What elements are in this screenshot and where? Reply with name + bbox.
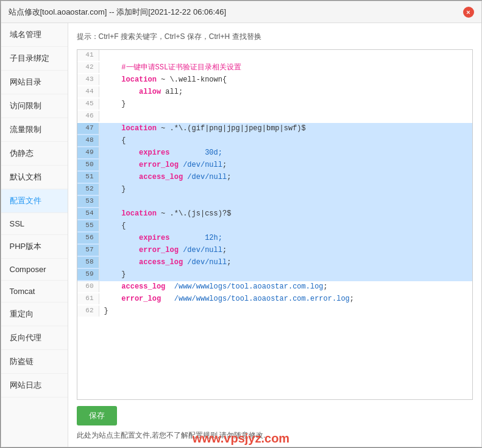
line-number: 55	[77, 220, 99, 231]
code-line: 43 location ~ \.well-known{	[77, 74, 472, 86]
code-line: 49 expires 30d;	[77, 147, 472, 159]
line-number: 54	[77, 208, 99, 219]
line-content: {	[99, 135, 126, 147]
line-number: 43	[77, 74, 99, 85]
footer-note: 此处为站点主配置文件,若您不了解配置规则,请勿随意修改.	[77, 430, 473, 441]
code-line: 48 {	[77, 135, 472, 147]
line-number: 42	[77, 62, 99, 73]
sidebar-item-11[interactable]: Tomcat	[1, 281, 68, 303]
code-line: 50 error_log /dev/null;	[77, 159, 472, 172]
modal-title: 站点修改[tool.aoaostar.com] -- 添加时间[2021-12-…	[9, 7, 227, 18]
line-number: 50	[77, 159, 99, 170]
line-number: 53	[77, 196, 99, 207]
line-content: location ~ .*\.(gif|png|jpg|jpeg|bmp|swf…	[99, 123, 306, 135]
save-button[interactable]: 保存	[77, 406, 117, 425]
sidebar-item-15[interactable]: 网站日志	[1, 374, 68, 397]
code-line: 53	[77, 196, 472, 208]
line-number: 59	[77, 269, 99, 280]
line-number: 57	[77, 245, 99, 256]
code-line: 60 access_log /www/wwwlogs/tool.aoaostar…	[77, 281, 472, 293]
line-number: 61	[77, 293, 99, 304]
line-content: error_log /www/wwwlogs/tool.aoaostar.com…	[99, 293, 354, 305]
code-line: 44 allow all;	[77, 86, 472, 99]
line-content: location ~ .*\.(js|css)?$	[99, 208, 232, 220]
code-line: 52 }	[77, 184, 472, 196]
code-line: 45 }	[77, 99, 472, 111]
line-content: #一键申请SSL证书验证目录相关设置	[99, 62, 242, 74]
line-number: 52	[77, 184, 99, 195]
main-content: 提示：Ctrl+F 搜索关键字，Ctrl+S 保存，Ctrl+H 查找替换 41…	[68, 23, 481, 447]
code-line: 54 location ~ .*\.(js|css)?$	[77, 208, 472, 220]
code-line: 62}	[77, 306, 472, 318]
code-line: 42 #一键申请SSL证书验证目录相关设置	[77, 62, 472, 74]
code-line: 55 {	[77, 220, 472, 233]
sidebar-item-13[interactable]: 反向代理	[1, 326, 68, 350]
line-content: access_log /dev/null;	[99, 257, 232, 268]
code-line: 41	[77, 50, 472, 62]
line-content: {	[99, 220, 126, 232]
line-content: }	[99, 184, 126, 195]
code-line: 57 error_log /dev/null;	[77, 245, 472, 257]
sidebar-item-5[interactable]: 伪静态	[1, 142, 68, 166]
code-line: 51 access_log /dev/null;	[77, 172, 472, 184]
line-number: 48	[77, 135, 99, 146]
sidebar-item-0[interactable]: 域名管理	[1, 23, 68, 47]
code-editor[interactable]: 4142 #一键申请SSL证书验证目录相关设置43 location ~ \.w…	[77, 50, 472, 399]
hint-bar: 提示：Ctrl+F 搜索关键字，Ctrl+S 保存，Ctrl+H 查找替换	[77, 29, 473, 44]
line-number: 62	[77, 306, 99, 317]
sidebar-item-10[interactable]: Composer	[1, 259, 68, 281]
line-content: expires 12h;	[99, 233, 222, 244]
line-content: error_log /dev/null;	[99, 245, 227, 256]
line-content: }	[99, 306, 108, 317]
line-number: 56	[77, 233, 99, 243]
line-content: expires 30d;	[99, 147, 222, 159]
sidebar-item-1[interactable]: 子目录绑定	[1, 47, 68, 71]
modal-container: 站点修改[tool.aoaostar.com] -- 添加时间[2021-12-…	[1, 1, 482, 447]
code-line: 59 }	[77, 269, 472, 281]
line-content: error_log /dev/null;	[99, 159, 227, 171]
line-content: access_log /www/wwwlogs/tool.aoaostar.co…	[99, 281, 328, 293]
code-line: 47 location ~ .*\.(gif|png|jpg|jpeg|bmp|…	[77, 123, 472, 135]
line-number: 51	[77, 172, 99, 183]
code-line: 58 access_log /dev/null;	[77, 257, 472, 269]
sidebar-item-7[interactable]: 配置文件	[1, 189, 68, 213]
sidebar-item-4[interactable]: 流量限制	[1, 118, 68, 142]
line-content: allow all;	[99, 86, 183, 98]
code-editor-wrapper[interactable]: 4142 #一键申请SSL证书验证目录相关设置43 location ~ \.w…	[77, 49, 473, 400]
sidebar-item-2[interactable]: 网站目录	[1, 71, 68, 94]
line-number: 58	[77, 257, 99, 268]
line-number: 45	[77, 99, 99, 110]
line-number: 44	[77, 86, 99, 97]
line-content: location ~ \.well-known{	[99, 74, 227, 86]
code-line: 61 error_log /www/wwwlogs/tool.aoaostar.…	[77, 293, 472, 306]
line-content: }	[99, 269, 126, 281]
sidebar-item-8[interactable]: SSL	[1, 213, 68, 235]
sidebar-item-3[interactable]: 访问限制	[1, 94, 68, 118]
sidebar-item-9[interactable]: PHP版本	[1, 235, 68, 259]
modal-header: 站点修改[tool.aoaostar.com] -- 添加时间[2021-12-…	[1, 1, 481, 23]
line-number: 41	[77, 50, 99, 61]
sidebar-item-12[interactable]: 重定向	[1, 303, 68, 326]
sidebar: 域名管理子目录绑定网站目录访问限制流量限制伪静态默认文档配置文件SSLPHP版本…	[1, 23, 68, 447]
line-content: access_log /dev/null;	[99, 172, 232, 183]
code-line: 56 expires 12h;	[77, 233, 472, 245]
line-content: }	[99, 99, 126, 110]
close-button[interactable]: ×	[463, 7, 474, 18]
line-number: 46	[77, 111, 99, 122]
modal-body: 域名管理子目录绑定网站目录访问限制流量限制伪静态默认文档配置文件SSLPHP版本…	[1, 23, 481, 447]
sidebar-item-14[interactable]: 防盗链	[1, 350, 68, 374]
code-line: 46	[77, 111, 472, 123]
line-number: 47	[77, 123, 99, 134]
line-number: 60	[77, 281, 99, 292]
line-number: 49	[77, 147, 99, 158]
sidebar-item-6[interactable]: 默认文档	[1, 166, 68, 189]
